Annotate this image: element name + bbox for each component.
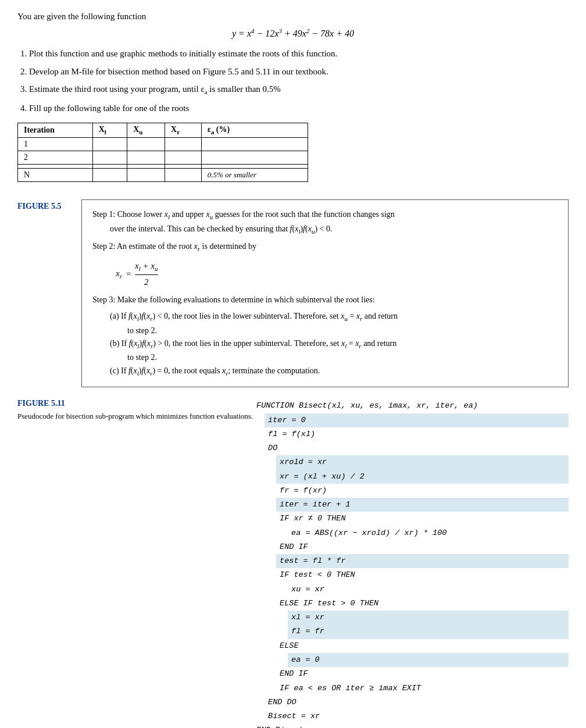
iteration-table: Iteration Xl Xu Xr εa (%) 1 2 bbox=[17, 123, 308, 182]
step-3b: (b) If f(xl)f(xr) > 0, the root lies in … bbox=[110, 337, 558, 365]
final-note: 0.5% or smaller bbox=[201, 169, 308, 182]
code-line: IF xr ≠ 0 THEN bbox=[276, 512, 569, 526]
intro-given-text: You are given the following function bbox=[17, 12, 569, 22]
code-line: ELSE IF test > 0 THEN bbox=[276, 597, 569, 611]
col-xr: Xr bbox=[165, 123, 202, 138]
task-3: Estimate the third root using your progr… bbox=[29, 83, 569, 97]
step-3: Step 3: Make the following evaluations t… bbox=[92, 294, 558, 306]
code-line: fl = fr bbox=[288, 624, 569, 638]
code-line: xrold = xr bbox=[276, 455, 569, 469]
step-3a: (a) If f(xl)f(xr) < 0, the root lies in … bbox=[110, 310, 558, 337]
iter-n: N bbox=[18, 169, 93, 182]
code-line: END Bisect bbox=[253, 723, 569, 728]
code-line: xu = xr bbox=[288, 583, 569, 597]
figure-55-label: FIGURE 5.5 bbox=[17, 199, 81, 387]
step-1: Step 1: Choose lower xl and upper xu gue… bbox=[92, 208, 558, 237]
code-line: Bisect = xr bbox=[265, 709, 569, 723]
col-xl: Xl bbox=[92, 123, 127, 138]
figure-55-box: Step 1: Choose lower xl and upper xu gue… bbox=[81, 199, 569, 387]
table-row-n: N 0.5% or smaller bbox=[18, 169, 308, 182]
task-4: Fill up the following table for one of t… bbox=[29, 102, 569, 115]
step-3c: (c) If f(xl)f(xr) = 0, the root equals x… bbox=[110, 365, 558, 379]
code-line: ea = ABS((xr − xrold) / xr) * 100 bbox=[288, 526, 569, 540]
figure-511-label: FIGURE 5.11 Pseudocode for bisection sub… bbox=[17, 399, 253, 728]
figure-511-code: FUNCTION Bisect(xl, xu, es, imax, xr, it… bbox=[253, 399, 569, 728]
code-line: xr = (xl + xu) / 2 bbox=[276, 470, 569, 484]
code-line: DO bbox=[265, 441, 569, 455]
code-line: IF ea < es OR iter ≥ imax EXIT bbox=[276, 681, 569, 695]
task-1: Plot this function and use graphic metho… bbox=[29, 47, 569, 60]
code-line: fl = f(xl) bbox=[265, 427, 569, 441]
figure-511-section: FIGURE 5.11 Pseudocode for bisection sub… bbox=[17, 399, 569, 728]
iteration-table-container: Iteration Xl Xu Xr εa (%) 1 2 bbox=[17, 123, 569, 182]
figure-511-description: Pseudocode for bisection sub-program whi… bbox=[17, 411, 253, 422]
col-ea: εa (%) bbox=[201, 123, 308, 138]
figure-55-section: FIGURE 5.5 Step 1: Choose lower xl and u… bbox=[17, 199, 569, 387]
col-xu: Xu bbox=[127, 123, 165, 138]
code-line: IF test < 0 THEN bbox=[276, 568, 569, 582]
code-line: iter = 0 bbox=[265, 413, 569, 427]
code-line: ea = 0 bbox=[288, 653, 569, 667]
code-line: END IF bbox=[276, 667, 569, 681]
main-equation: y = x4 − 12x3 + 49x2 − 78x + 40 bbox=[17, 27, 569, 39]
table-row bbox=[18, 165, 308, 169]
step-2: Step 2: An estimate of the root xr is de… bbox=[92, 240, 558, 254]
table-header-row: Iteration Xl Xu Xr εa (%) bbox=[18, 123, 308, 138]
iter-1: 1 bbox=[18, 138, 93, 151]
code-line: ELSE bbox=[276, 639, 569, 653]
code-line: test = fl * fr bbox=[276, 554, 569, 568]
figure-511-title: FIGURE 5.11 bbox=[17, 399, 253, 408]
code-line: END IF bbox=[276, 540, 569, 554]
table-row: 1 bbox=[18, 138, 308, 151]
code-line: xl = xr bbox=[288, 611, 569, 624]
col-iteration: Iteration bbox=[18, 123, 93, 138]
iter-2: 2 bbox=[18, 151, 93, 165]
code-line: END DO bbox=[265, 695, 569, 709]
task-list: Plot this function and use graphic metho… bbox=[29, 47, 569, 115]
table-row: 2 bbox=[18, 151, 308, 165]
formula-xr: xr = xl + xu 2 bbox=[116, 259, 558, 289]
code-line: iter = iter + 1 bbox=[276, 498, 569, 512]
code-line: fr = f(xr) bbox=[276, 484, 569, 498]
code-line: FUNCTION Bisect(xl, xu, es, imax, xr, it… bbox=[253, 399, 569, 413]
task-2: Develop an M-file for bisection method b… bbox=[29, 65, 569, 78]
